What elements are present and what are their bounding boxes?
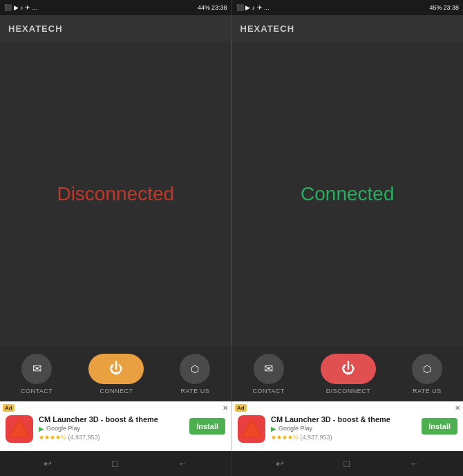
time-right: 23:38 [443,4,459,11]
app-title-right: HEXATECH [240,23,295,34]
ad-install-button-left[interactable]: Install [189,418,225,435]
ad-title-right: CM Launcher 3D - boost & theme [271,415,416,423]
nav-bars: ↩ □ ← ↩ □ ← [0,451,463,476]
status-bars: ⬛ ▶ ♪ ✈ ... 44% 23:38 ⬛ ▶ ♪ ✈ ... 45% 23… [0,0,463,15]
action-bar-left: ✉ CONTACT ⏻ CONNECT ⬡ RATE US [0,346,232,401]
recent-apps-icon-left[interactable]: ↩ [44,458,52,469]
contact-button-right[interactable]: ✉ CONTACT [253,354,285,394]
rate-button-right[interactable]: ⬡ RATE US [412,354,442,394]
rate-label-right: RATE US [413,388,442,394]
ad-rating-left: ★★★★½ (4,937,953) [39,434,184,441]
store-name-right: Google Play [278,425,312,432]
ad-bars: Ad ✕ CM Launcher 3D - boost & theme ▶ Go… [0,401,463,451]
rate-label-left: RATE US [181,388,210,394]
back-icon-left[interactable]: ← [178,458,187,469]
ad-close-right[interactable]: ✕ [455,404,460,412]
envelope-icon-left: ✉ [32,362,41,375]
home-icon-right[interactable]: □ [344,458,350,469]
back-icon-right[interactable]: ← [410,458,419,469]
action-bars: ✉ CONTACT ⏻ CONNECT ⬡ RATE US ✉ CONTACT [0,346,463,401]
connect-pill: ⏻ [88,354,144,384]
ad-reviews-left: (4,937,953) [68,434,100,441]
ad-stars-left: ★★★★½ [39,434,66,441]
contact-button-left[interactable]: ✉ CONTACT [21,354,53,394]
contact-icon-right: ✉ [254,354,284,384]
disconnect-pill: ⏻ [321,354,376,384]
ad-rating-right: ★★★★½ (4,937,953) [271,434,416,441]
title-bar-right: HEXATECH [232,15,464,41]
rate-button-left[interactable]: ⬡ RATE US [180,354,210,394]
ad-text-left: CM Launcher 3D - boost & theme ▶ Google … [39,415,184,441]
ad-stars-right: ★★★★½ [271,434,299,441]
nav-bar-left: ↩ □ ← [0,451,232,476]
app-panel-right: Connected [232,41,464,346]
battery-left: 44% [198,4,210,11]
disconnect-label: DISCONNECT [326,388,371,394]
contact-label-left: CONTACT [21,388,53,394]
status-right-icons: ⬛ ▶ ♪ ✈ ... [236,4,270,11]
ad-panel-left: Ad ✕ CM Launcher 3D - boost & theme ▶ Go… [0,401,231,451]
app-title-left: HEXATECH [8,23,63,34]
connection-status-right: Connected [301,183,394,205]
connect-button[interactable]: ⏻ CONNECT [88,354,144,394]
share-icon-left: ⬡ [191,363,199,374]
ad-install-button-right[interactable]: Install [422,418,457,435]
ad-icon-left [6,415,33,443]
home-icon-left[interactable]: □ [112,458,117,469]
connect-label: CONNECT [100,388,133,394]
status-bar-right: ⬛ ▶ ♪ ✈ ... 45% 23:38 [232,0,464,15]
rate-icon-left: ⬡ [180,354,210,384]
disconnect-button[interactable]: ⏻ DISCONNECT [321,354,376,394]
title-bar-left: HEXATECH [0,15,232,41]
time-left: 23:38 [211,4,227,11]
status-right-right: 45% 23:38 [429,4,459,11]
share-icon-right: ⬡ [423,363,431,374]
power-icon-connect: ⏻ [109,361,123,377]
status-right-left: 44% 23:38 [198,4,227,11]
power-icon-disconnect: ⏻ [341,361,355,377]
action-bar-right: ✉ CONTACT ⏻ DISCONNECT ⬡ RATE US [232,346,464,401]
contact-icon-left: ✉ [21,354,52,384]
connection-status-left: Disconnected [57,183,174,205]
status-left-icons: ⬛ ▶ ♪ ✈ ... [4,4,37,11]
play-store-icon-right: ▶ [271,425,276,432]
status-bar-left: ⬛ ▶ ♪ ✈ ... 44% 23:38 [0,0,232,15]
ad-panel-right: Ad ✕ CM Launcher 3D - boost & theme ▶ Go… [231,401,463,451]
ad-badge-right: Ad [235,404,247,412]
notification-icons-left: ⬛ ▶ ♪ ✈ ... [4,4,37,11]
battery-right: 45% [429,4,442,11]
ad-store-left: ▶ Google Play [39,425,184,432]
envelope-icon-right: ✉ [264,362,273,375]
contact-label-right: CONTACT [253,388,285,394]
title-bars: HEXATECH HEXATECH [0,15,463,41]
ad-badge-left: Ad [3,404,15,412]
main-content: Disconnected Connected [0,41,463,346]
notification-icons-right: ⬛ ▶ ♪ ✈ ... [236,4,270,11]
store-name-left: Google Play [46,425,80,432]
rate-icon-right: ⬡ [412,354,442,384]
nav-bar-right: ↩ □ ← [232,451,464,476]
ad-reviews-right: (4,937,953) [301,434,332,441]
play-store-icon-left: ▶ [39,425,44,432]
ad-icon-right [238,415,265,443]
ad-text-right: CM Launcher 3D - boost & theme ▶ Google … [271,415,416,441]
ad-store-right: ▶ Google Play [271,425,416,432]
recent-apps-icon-right[interactable]: ↩ [276,458,284,469]
ad-close-left[interactable]: ✕ [223,404,228,412]
ad-title-left: CM Launcher 3D - boost & theme [39,415,184,423]
app-panel-left: Disconnected [0,41,232,346]
